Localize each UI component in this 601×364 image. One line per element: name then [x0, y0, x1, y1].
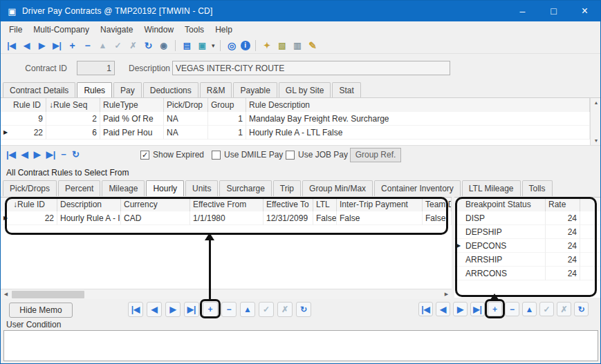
tab-stat[interactable]: Stat	[332, 82, 360, 98]
nav-next-icon[interactable]: ▶	[34, 149, 41, 160]
column-header[interactable]: ↓Rule Seq	[46, 98, 100, 112]
nav-prev-icon[interactable]: ◀	[20, 39, 33, 52]
table-row-selected[interactable]: ▶ DEPCONS 24	[454, 239, 601, 253]
column-header[interactable]: Effective From	[190, 198, 263, 211]
column-header[interactable]: Description	[57, 198, 121, 211]
tab-ltl-mileage[interactable]: LTL Mileage	[462, 180, 521, 196]
scroll-down-icon[interactable]: ▼	[594, 138, 599, 143]
column-header[interactable]: Group	[208, 98, 246, 112]
tab-rules[interactable]: Rules	[77, 82, 112, 98]
nav-prev-button[interactable]: ◀	[436, 302, 450, 316]
menu-window[interactable]: Window	[138, 22, 179, 37]
delete-button[interactable]: −	[505, 302, 519, 316]
column-header[interactable]: Team D	[423, 198, 452, 211]
show-expired-checkbox[interactable]: ✓ Show Expired	[140, 150, 204, 160]
tab-tolls[interactable]: Tolls	[522, 180, 553, 196]
add-button[interactable]: +	[488, 302, 502, 316]
cancel-button[interactable]: ✗	[277, 302, 293, 317]
tab-rm[interactable]: R&M	[200, 82, 232, 98]
menu-file[interactable]: File	[3, 22, 28, 37]
edit-icon[interactable]: ✎	[306, 39, 320, 52]
globe-icon[interactable]: ◎	[225, 39, 239, 52]
maximize-button[interactable]: □	[538, 1, 569, 21]
menu-navigate[interactable]: Navigate	[95, 22, 138, 37]
delete-icon[interactable]: −	[81, 39, 94, 52]
description-field[interactable]	[172, 61, 450, 75]
column-header[interactable]: Currency	[121, 198, 190, 211]
tab-trip[interactable]: Trip	[273, 180, 301, 196]
table-row[interactable]: 9 2 Paid % Of Re NA 1 Mandalay Bay Freig…	[1, 112, 601, 126]
nav-last-button[interactable]: ▶|	[184, 302, 199, 317]
tab-group-min-max[interactable]: Group Min/Max	[302, 180, 373, 196]
scroll-right-icon[interactable]: ▶	[441, 291, 452, 297]
tab-contract-details[interactable]: Contract Details	[3, 82, 75, 98]
column-header[interactable]: Rule Description	[246, 98, 590, 112]
save-button[interactable]: ✓	[259, 302, 274, 317]
table-row[interactable]: ARRCONS 24	[454, 267, 601, 280]
add-icon[interactable]: +	[66, 39, 79, 52]
tab-gl-by-site[interactable]: GL by Site	[279, 82, 331, 98]
use-dmile-pay-checkbox[interactable]: Use DMILE Pay	[212, 150, 283, 160]
scroll-up-icon[interactable]: ▲	[594, 100, 599, 105]
nav-last-button[interactable]: ▶|	[470, 302, 485, 316]
column-header[interactable]: Rate	[546, 198, 580, 211]
minimize-button[interactable]: –	[507, 1, 538, 21]
scrollbar-thumb[interactable]	[12, 291, 84, 298]
use-job-pay-checkbox[interactable]: Use JOB Pay	[286, 150, 348, 160]
tab-mileage[interactable]: Mileage	[102, 180, 145, 196]
group-ref-button[interactable]: Group Ref.	[350, 148, 401, 162]
horizontal-scrollbar[interactable]: ◀ ▶	[1, 289, 452, 299]
tab-container-inventory[interactable]: Container Inventory	[374, 180, 461, 196]
tab-deductions[interactable]: Deductions	[143, 82, 198, 98]
cancel-button[interactable]: ✗	[557, 302, 571, 316]
move-up-button[interactable]: ▲	[240, 302, 255, 317]
delete-icon[interactable]: −	[61, 149, 66, 160]
view-icon[interactable]: ◉	[157, 39, 170, 52]
table-row[interactable]: ARRSHIP 24	[454, 253, 601, 267]
column-header[interactable]: Effective To	[263, 198, 313, 211]
column-header[interactable]: LTL	[313, 198, 337, 211]
save-button[interactable]: ✓	[539, 302, 554, 316]
tab-surcharge[interactable]: Surcharge	[219, 180, 271, 196]
table-row[interactable]: DEPSHIP 24	[454, 225, 601, 239]
column-header[interactable]: ↓Rule ID	[10, 198, 57, 211]
scroll-left-icon[interactable]: ◀	[1, 291, 11, 297]
hide-memo-button[interactable]: Hide Memo	[9, 303, 73, 318]
nav-last-icon[interactable]: ▶|	[46, 149, 56, 160]
move-up-icon[interactable]: ▲	[96, 39, 109, 52]
refresh-button[interactable]: ↻	[296, 302, 311, 317]
refresh-button[interactable]: ↻	[574, 302, 589, 316]
tab-units[interactable]: Units	[185, 180, 218, 196]
nav-first-icon[interactable]: |◀	[5, 39, 18, 52]
column-header[interactable]: Rule ID	[10, 98, 46, 112]
tab-payable[interactable]: Payable	[233, 82, 277, 98]
column-header[interactable]: Inter-Trip Payment	[337, 198, 423, 211]
refresh-icon[interactable]: ↻	[72, 149, 80, 160]
nav-prev-icon[interactable]: ◀	[21, 149, 28, 160]
nav-first-button[interactable]: |◀	[418, 302, 433, 316]
screen-icon[interactable]: ▣	[196, 39, 209, 52]
tab-pick-drops[interactable]: Pick/Drops	[3, 180, 57, 196]
nav-next-button[interactable]: ▶	[453, 302, 468, 316]
menu-multi-company[interactable]: Multi-Company	[28, 22, 95, 37]
nav-first-button[interactable]: |◀	[128, 302, 143, 317]
menu-help[interactable]: Help	[210, 22, 238, 37]
column-header[interactable]: RuleType	[100, 98, 164, 112]
add-button[interactable]: +	[203, 302, 218, 317]
dropdown-caret-icon[interactable]: ▾	[212, 42, 215, 49]
nav-last-icon[interactable]: ▶|	[50, 39, 64, 52]
info-icon[interactable]: i	[241, 41, 250, 50]
nav-first-icon[interactable]: |◀	[6, 149, 16, 160]
table-row-selected[interactable]: ▶ 22 Hourly Rule A - I CAD 1/1/1980 12/3…	[1, 211, 452, 225]
tab-pay[interactable]: Pay	[113, 82, 142, 98]
clipboard-icon[interactable]: ▧	[276, 39, 289, 52]
table-row-selected[interactable]: ▶ 22 6 Paid Per Hou NA 1 Hourly Rule A -…	[1, 126, 601, 140]
key-icon[interactable]: ✦	[261, 39, 274, 52]
refresh-icon[interactable]: ↻	[142, 39, 155, 52]
user-condition-input[interactable]	[3, 330, 598, 361]
move-up-button[interactable]: ▲	[522, 302, 537, 316]
nav-prev-button[interactable]: ◀	[147, 302, 162, 317]
tab-hourly[interactable]: Hourly	[146, 180, 184, 196]
tab-percent[interactable]: Percent	[58, 180, 100, 196]
close-button[interactable]: ×	[569, 1, 600, 21]
